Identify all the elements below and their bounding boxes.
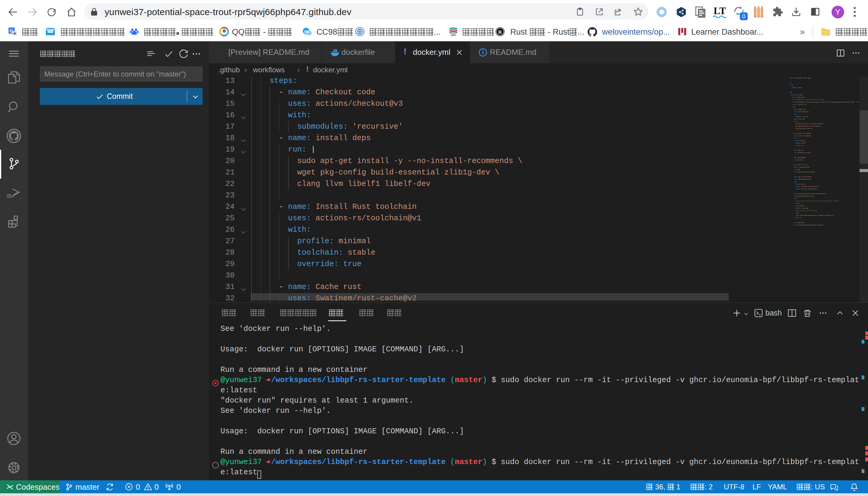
svg-text:■: ■: [14, 31, 16, 35]
svg-text:R: R: [498, 29, 502, 35]
svg-text:98: 98: [304, 29, 310, 34]
